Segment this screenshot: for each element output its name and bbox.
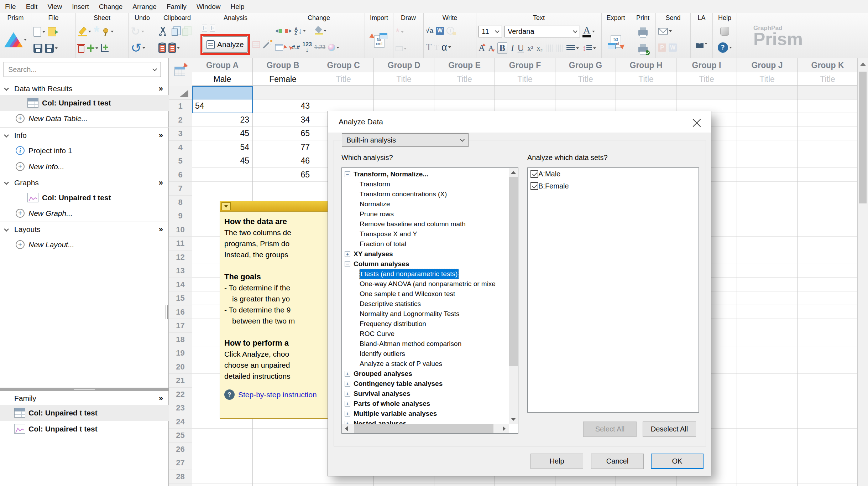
highlight-sheet-button[interactable] (78, 27, 91, 36)
draw-shape-button[interactable] (396, 46, 407, 51)
tree-expander-icon[interactable]: + (345, 381, 350, 387)
note-title-bar[interactable] (220, 201, 330, 212)
analysis-tree-item[interactable]: − Column analyses (343, 259, 509, 269)
tree-expander-icon[interactable]: + (345, 391, 350, 397)
table-cell[interactable]: 65 (253, 168, 313, 182)
menu-item[interactable]: Edit (21, 0, 43, 13)
table-cell[interactable]: 23 (192, 113, 253, 127)
sidebar-section-data[interactable]: Data with Results » (0, 82, 169, 95)
row-number[interactable]: 10 (169, 223, 192, 237)
sidebar-item-graph[interactable]: Col: Unpaired t test (0, 190, 169, 206)
row-number[interactable]: 11 (169, 237, 192, 250)
analysis-tree-item[interactable]: Fraction of total (343, 239, 509, 249)
checkbox-checked-icon[interactable] (530, 170, 538, 178)
analysis-tree-item[interactable]: Descriptive statistics (343, 299, 509, 309)
delete-sheet-button[interactable] (78, 44, 84, 53)
section-more-icon[interactable]: » (159, 223, 163, 236)
analysis-tree-item[interactable]: Bland-Altman method comparison (343, 339, 509, 349)
scroll-up-icon[interactable] (860, 62, 866, 66)
group-subtitle[interactable]: Title (434, 72, 495, 86)
add-info-button[interactable]: I (446, 27, 454, 35)
paste-special-button[interactable] (168, 43, 180, 53)
kerning-right-button[interactable] (556, 45, 563, 52)
analysis-tree-item[interactable]: + Grouped analyses (343, 369, 509, 379)
sidebar-section-info[interactable]: Info » (0, 129, 169, 142)
analysis-tree-item[interactable]: Transform concentrations (X) (343, 189, 509, 199)
row-number[interactable]: 22 (169, 388, 192, 402)
send-powerpoint-button[interactable]: P (658, 43, 666, 52)
family-item-data-table[interactable]: Col: Unpaired t test (0, 405, 169, 421)
tree-expander-icon[interactable]: − (345, 171, 350, 177)
new-graph-sheet-button[interactable] (101, 44, 109, 52)
more-decimals-button[interactable]: 123↓ (302, 42, 312, 53)
pin-sheet-button[interactable] (102, 27, 114, 36)
group-subtitle[interactable]: Title (737, 72, 797, 86)
row-number[interactable]: 13 (169, 264, 192, 278)
analysis-tree-item[interactable]: Prune rows (343, 209, 509, 219)
row-number[interactable]: 26 (169, 443, 192, 456)
table-cell[interactable]: 34 (253, 113, 313, 127)
table-cell[interactable]: 43 (253, 99, 313, 113)
menu-item[interactable]: Change (94, 0, 128, 13)
analysis-tree-item[interactable]: + Multiple variable analyses (343, 409, 509, 419)
analysis-tree-item[interactable]: Transpose X and Y (343, 229, 509, 239)
group-subtitle[interactable]: Title (374, 72, 434, 86)
tree-expander-icon[interactable]: − (345, 261, 350, 267)
analysis-type-select[interactable]: Built-in analysis (342, 133, 469, 147)
analysis-tree-item[interactable]: Identify outliers (343, 349, 509, 359)
row-number[interactable]: 8 (169, 196, 192, 210)
row-number[interactable]: 7 (169, 182, 192, 196)
dataset-checkbox-row[interactable]: B:Female (528, 180, 699, 192)
menu-item[interactable]: View (42, 0, 67, 13)
cancel-button[interactable]: Cancel (591, 454, 644, 469)
color-scheme-button[interactable] (328, 44, 339, 51)
change-table-format-button[interactable] (275, 44, 286, 51)
analysis-tree-item[interactable]: + Contingency table analyses (343, 379, 509, 389)
font-size-select[interactable]: 11 (479, 26, 502, 37)
decimal-format-button[interactable]: #.# (289, 45, 300, 50)
analysis-tree-item[interactable]: Analyze a stack of P values (343, 359, 509, 369)
equation-button[interactable]: √a (426, 27, 433, 35)
italic-button[interactable]: I (511, 43, 514, 53)
insert-right-button[interactable] (285, 29, 292, 33)
step-by-step-link[interactable]: Step-by-step instruction (238, 391, 317, 399)
row-number[interactable]: 19 (169, 346, 192, 360)
superscript-button[interactable]: x² (528, 43, 533, 53)
analysis-tree-item[interactable]: + Parts of whole analyses (343, 399, 509, 409)
ok-button[interactable]: OK (651, 454, 704, 469)
scroll-right-icon[interactable] (503, 426, 506, 431)
section-more-icon[interactable]: » (159, 176, 163, 190)
scrollbar-thumb[interactable] (859, 72, 867, 203)
align-button[interactable] (566, 45, 579, 51)
save-button[interactable] (33, 44, 42, 53)
row-number[interactable]: 25 (169, 429, 192, 443)
analysis-tree-item[interactable]: + Survival analyses (343, 389, 509, 399)
undo-button[interactable]: ↺ (131, 43, 145, 53)
scrollbar-thumb[interactable] (354, 424, 493, 433)
scrollbar-thumb[interactable] (509, 177, 518, 366)
group-subtitle[interactable]: Title (555, 72, 616, 86)
table-vertical-scrollbar[interactable] (857, 58, 868, 486)
duplicate-button[interactable] (180, 27, 188, 36)
group-subtitle[interactable]: Title (798, 72, 857, 86)
tree-horizontal-scrollbar[interactable] (342, 424, 509, 433)
scroll-down-icon[interactable] (511, 418, 516, 421)
help-button[interactable]: Help (530, 454, 583, 469)
save-as-button[interactable] (45, 44, 58, 53)
fill-color-button[interactable] (315, 27, 326, 35)
row-number[interactable]: 1 (169, 99, 192, 113)
row-number[interactable]: 20 (169, 360, 192, 374)
row-number[interactable]: 6 (169, 168, 192, 182)
paste-button[interactable] (158, 43, 166, 53)
group-subtitle[interactable]: Title (313, 72, 373, 86)
prism-menu-button[interactable] (4, 32, 27, 47)
sidebar-section-graphs[interactable]: Graphs » (0, 176, 169, 190)
family-item-graph[interactable]: Col: Unpaired t test (0, 421, 169, 437)
wizard-button[interactable] (263, 40, 272, 50)
row-number[interactable]: 9 (169, 209, 192, 223)
sort-button[interactable]: AZ ↓ (294, 27, 306, 35)
new-sheet-button[interactable] (87, 45, 98, 52)
group-subtitle[interactable]: Female (253, 72, 313, 86)
dataset-checkbox-row[interactable]: A:Male (528, 168, 699, 180)
print-button[interactable] (638, 27, 648, 36)
